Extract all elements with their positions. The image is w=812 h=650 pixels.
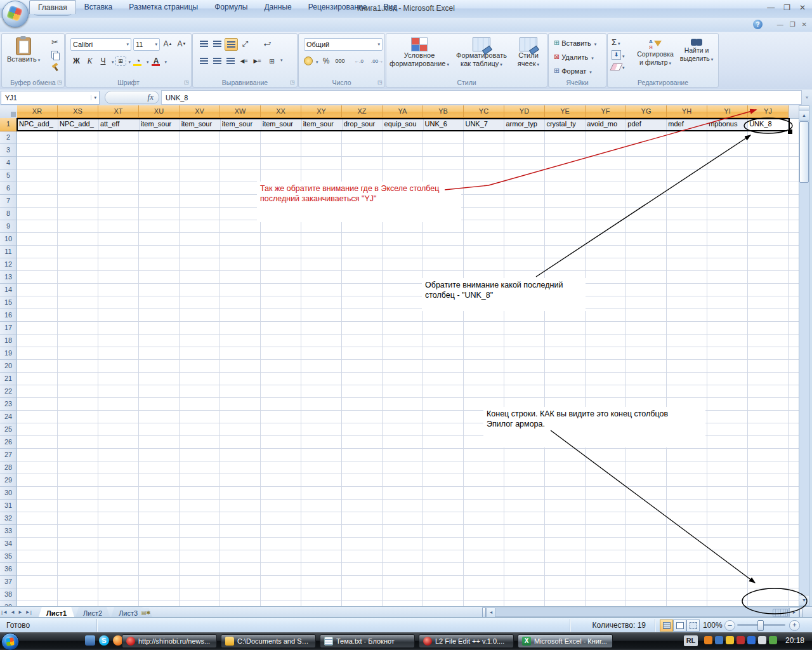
- row-header[interactable]: 2: [0, 131, 17, 144]
- column-header[interactable]: YD: [504, 105, 545, 118]
- column-header[interactable]: XS: [58, 105, 98, 118]
- increase-indent-icon[interactable]: ▶≡: [251, 55, 263, 67]
- office-button[interactable]: [2, 1, 29, 27]
- last-sheet-icon[interactable]: ►|: [25, 609, 32, 615]
- row-header[interactable]: 21: [0, 373, 17, 385]
- row-header[interactable]: 22: [0, 385, 17, 398]
- number-format-combo[interactable]: Общий▾: [304, 38, 383, 51]
- format-painter-icon[interactable]: [51, 63, 59, 71]
- fill-button[interactable]: ⬇: [612, 50, 625, 60]
- decrease-decimal-icon[interactable]: [369, 55, 386, 67]
- column-header[interactable]: XR: [17, 105, 58, 118]
- name-box-dropdown-icon[interactable]: ▾: [91, 95, 99, 100]
- row-header[interactable]: 18: [0, 335, 17, 347]
- row-header[interactable]: 29: [0, 474, 17, 487]
- column-header[interactable]: YC: [464, 105, 504, 118]
- find-select-button[interactable]: Найти и выделить: [678, 39, 716, 63]
- decrease-indent-icon[interactable]: ◀≡: [238, 55, 250, 67]
- ribbon-tab-1[interactable]: Главная: [29, 0, 76, 14]
- cell-row1[interactable]: UNK_6: [424, 119, 464, 130]
- cell-row1[interactable]: NPC_add_: [58, 119, 99, 130]
- fill-color-dropdown-icon[interactable]: [145, 57, 149, 65]
- cell-row1[interactable]: avoid_mo: [586, 119, 626, 130]
- taskbar-button-5[interactable]: Microsoft Excel - Книг...: [518, 634, 613, 648]
- vertical-split-handle[interactable]: [799, 106, 809, 110]
- row-header[interactable]: 38: [0, 588, 17, 601]
- close-icon[interactable]: ✕: [799, 3, 806, 12]
- row-header[interactable]: 17: [0, 322, 17, 335]
- cell-styles-button[interactable]: Стили ячеек: [513, 37, 544, 69]
- tray-display-icon[interactable]: [715, 636, 723, 644]
- row-header[interactable]: 36: [0, 563, 17, 576]
- row-header[interactable]: 23: [0, 398, 17, 411]
- cell-row1[interactable]: NPC_add_: [18, 119, 58, 130]
- cell-row1[interactable]: armor_typ: [504, 119, 545, 130]
- row-header[interactable]: 28: [0, 461, 17, 474]
- prev-sheet-icon[interactable]: ◄: [10, 609, 15, 615]
- row-header[interactable]: 1: [0, 118, 17, 131]
- zoom-slider-thumb[interactable]: [757, 620, 764, 631]
- zoom-in-icon[interactable]: +: [789, 620, 800, 631]
- accounting-format-icon[interactable]: [304, 56, 313, 65]
- align-right-icon[interactable]: [225, 55, 237, 67]
- merge-center-dropdown-icon[interactable]: [279, 55, 283, 67]
- cell-row1[interactable]: item_sour: [261, 119, 302, 130]
- row-header[interactable]: 11: [0, 246, 17, 258]
- font-color-dropdown-icon[interactable]: [164, 57, 167, 65]
- page-break-view-button[interactable]: [686, 620, 700, 632]
- horizontal-scroll-thumb[interactable]: [773, 609, 788, 617]
- row-header[interactable]: 25: [0, 423, 17, 436]
- first-sheet-icon[interactable]: |◄: [1, 609, 8, 615]
- column-header[interactable]: YB: [423, 105, 464, 118]
- row-header[interactable]: 26: [0, 436, 17, 449]
- cut-icon[interactable]: ✂: [51, 37, 58, 47]
- row-header[interactable]: 34: [0, 538, 17, 550]
- row-header[interactable]: 14: [0, 284, 17, 296]
- row-header[interactable]: 37: [0, 576, 17, 588]
- bold-button[interactable]: Ж: [70, 55, 82, 67]
- workbook-close-icon[interactable]: ✕: [802, 21, 807, 28]
- row-header[interactable]: 12: [0, 258, 17, 271]
- tray-update-icon[interactable]: [769, 636, 777, 644]
- row-header[interactable]: 32: [0, 512, 17, 525]
- ribbon-tab-3[interactable]: Разметка страницы: [121, 0, 206, 14]
- cell-row1[interactable]: UNK_7: [464, 119, 504, 130]
- align-middle-icon[interactable]: [211, 38, 223, 50]
- select-all-button[interactable]: [0, 105, 18, 119]
- accounting-dropdown-icon[interactable]: [315, 57, 318, 65]
- column-header[interactable]: XU: [139, 105, 180, 118]
- start-button[interactable]: [1, 633, 19, 650]
- fill-color-icon[interactable]: ◔: [132, 55, 144, 67]
- help-icon[interactable]: ?: [753, 20, 763, 29]
- expand-formula-bar-icon[interactable]: ˅: [802, 95, 812, 100]
- row-header[interactable]: 8: [0, 208, 17, 220]
- format-cells-button[interactable]: ⊞ Формат: [554, 67, 592, 75]
- cell-row1[interactable]: UNK_8: [748, 119, 789, 130]
- cell-row1[interactable]: att_eff: [99, 119, 140, 130]
- horizontal-scrollbar[interactable]: [495, 607, 789, 617]
- row-header[interactable]: 7: [0, 195, 17, 208]
- column-header[interactable]: XV: [180, 105, 220, 118]
- column-header[interactable]: YJ: [748, 105, 789, 118]
- row-header[interactable]: 39: [0, 601, 17, 606]
- cell-row1[interactable]: item_sour: [302, 119, 343, 130]
- zoom-out-icon[interactable]: –: [724, 620, 735, 631]
- underline-button[interactable]: Ч: [97, 55, 109, 67]
- row-header[interactable]: 33: [0, 525, 17, 538]
- conditional-formatting-button[interactable]: Условное форматирование: [390, 37, 449, 69]
- column-header[interactable]: XT: [98, 105, 139, 118]
- row-header[interactable]: 6: [0, 182, 17, 195]
- clear-button[interactable]: [612, 63, 625, 70]
- orientation-icon[interactable]: ⤢: [239, 38, 251, 50]
- next-sheet-icon[interactable]: ►: [18, 609, 23, 615]
- borders-icon[interactable]: ⊞: [115, 56, 126, 66]
- language-indicator[interactable]: RL: [684, 635, 698, 646]
- taskbar-button-3[interactable]: Тема.txt - Блокнот: [320, 634, 415, 648]
- shrink-font-button[interactable]: A▼: [176, 38, 188, 50]
- column-header[interactable]: XZ: [342, 105, 383, 118]
- autosum-button[interactable]: Σ: [612, 37, 625, 47]
- taskbar-button-4[interactable]: L2 File Edit ++ v.1.0....: [419, 634, 514, 648]
- page-layout-view-button[interactable]: [673, 620, 686, 632]
- column-header[interactable]: XX: [261, 105, 301, 118]
- skype-icon[interactable]: [99, 635, 109, 646]
